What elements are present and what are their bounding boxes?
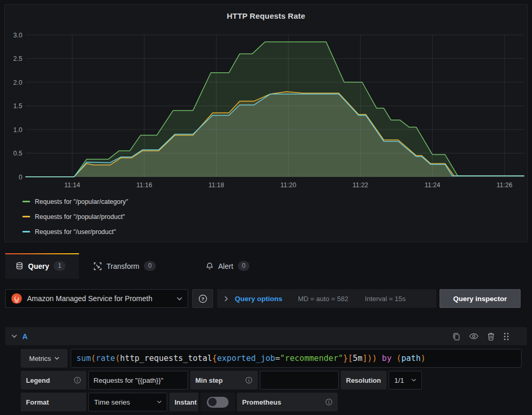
svg-text:?: ? [201,295,204,301]
chart-legend: Requests for "/popular/category"Requests… [22,194,128,239]
datasource-help-button[interactable]: ? [192,289,213,308]
tab-query[interactable]: Query 1 [5,253,79,279]
legend-field-label: Legend [21,371,86,390]
x-axis-tick-label: 11:26 [497,181,512,189]
datasource-row: Amazon Managed Service for Prometh ? Que… [0,289,532,308]
query-ref-id: A [22,332,28,341]
x-axis-tick-label: 11:20 [281,181,296,189]
x-axis-tick-label: 11:14 [64,181,80,189]
format-value: Time series [94,398,130,406]
active-tab-accent [5,253,79,254]
max-data-points-text: MD = auto = 582 [298,295,349,303]
y-axis-tick-label: 1.0 [14,126,22,134]
tab-query-label: Query [28,262,49,270]
transform-icon [94,262,102,270]
legend-series-label: Requests for "/popular/product" [35,213,125,221]
legend-series-label: Requests for "/popular/category" [35,198,128,205]
x-axis-tick-label: 11:22 [352,181,368,189]
info-icon[interactable] [74,377,81,384]
datasource-picker[interactable]: Amazon Managed Service for Prometh [5,289,188,308]
chevron-down-icon [177,297,182,301]
resolution-select[interactable]: 1/1 [389,371,422,390]
chevron-right-icon [224,296,228,302]
query-inspector-button[interactable]: Query inspector [440,289,521,308]
tab-transform-label: Transform [107,262,139,270]
min-step-label-text: Min step [195,377,223,384]
promql-expression: sum(rate(http_requests_total{exported_jo… [76,354,425,363]
help-icon: ? [198,294,207,303]
legend-format-input[interactable] [88,371,188,390]
legend-item[interactable]: Requests for "/popular/category" [22,194,128,209]
prometheus-label-text: Prometheus [242,398,281,406]
tab-alert-badge: 0 [238,261,250,271]
y-axis-tick-label: 2.5 [14,55,22,62]
min-step-field-label: Min step [190,371,258,390]
drag-handle-icon[interactable] [503,332,509,341]
query-options-row-2: Format Time series Instant Prometheus [0,393,532,411]
tab-transform-badge: 0 [144,261,156,271]
metrics-dropdown-label: Metrics [29,355,51,362]
format-label-text: Format [26,398,49,406]
x-axis-tick-label: 11:16 [136,181,152,189]
trash-icon[interactable] [487,332,495,341]
graph-panel: 00.51.01.52.02.53.011:1411:1611:1811:201… [4,4,528,242]
legend-swatch-icon [22,216,30,217]
tab-query-badge: 1 [54,261,65,271]
legend-swatch-icon [22,231,30,232]
promql-query-input[interactable]: sum(rate(http_requests_total{exported_jo… [71,349,522,368]
legend-series-label: Requests for "/user/product" [35,228,116,236]
metrics-row: Metrics sum(rate(http_requests_total{exp… [0,349,532,368]
y-axis-tick-label: 2.0 [14,79,22,86]
toggle-knob-icon [208,398,217,406]
chevron-down-icon [11,334,17,338]
format-select[interactable]: Time series [88,393,167,411]
y-axis-tick-label: 3.0 [14,32,22,39]
info-icon[interactable] [325,398,332,406]
interval-text: Interval = 15s [365,295,405,303]
database-icon [16,262,23,270]
query-row-actions [453,332,521,341]
resolution-value: 1/1 [394,377,404,384]
chevron-down-icon [411,379,416,382]
instant-field-label: Instant [169,393,198,411]
duplicate-query-icon[interactable] [453,332,460,341]
y-axis-tick-label: 0 [19,174,22,181]
x-axis-tick-label: 11:18 [208,181,224,189]
query-options-row-1: Legend Min step Resolution 1/1 [0,371,532,390]
x-axis-tick-label: 11:24 [424,181,440,189]
tab-alert-label: Alert [218,262,233,270]
legend-swatch-icon [22,201,30,202]
legend-item[interactable]: Requests for "/user/product" [22,224,128,239]
instant-toggle[interactable] [207,397,229,408]
y-axis-tick-label: 0.5 [14,150,22,157]
query-options-label: Query options [235,295,283,303]
bell-icon [206,262,214,270]
editor-tabs: Query 1 Transform 0 Alert 0 [0,253,532,279]
prometheus-icon [11,293,22,304]
info-icon[interactable] [245,377,252,384]
query-options-toggle[interactable]: Query options MD = auto = 582 Interval =… [217,289,436,308]
format-field-label: Format [21,393,86,411]
legend-label-text: Legend [26,377,50,384]
tab-alert[interactable]: Alert 0 [195,253,260,279]
y-axis-tick-label: 1.5 [14,102,22,110]
min-step-input[interactable] [260,371,339,390]
eye-icon[interactable] [469,333,478,340]
query-row-header[interactable]: A [5,327,527,345]
datasource-name: Amazon Managed Service for Prometh [27,294,177,303]
instant-label-text: Instant [175,398,197,406]
metrics-dropdown-button[interactable]: Metrics [21,349,68,368]
legend-item[interactable]: Requests for "/popular/product" [22,209,128,224]
panel-title: HTTP Requests Rate [5,11,527,20]
chevron-down-icon [157,400,162,404]
chevron-down-icon [55,357,59,360]
instant-toggle-container [201,393,235,411]
prometheus-field-label: Prometheus [237,393,338,411]
resolution-field-label: Resolution [341,371,387,390]
tab-transform[interactable]: Transform 0 [83,253,166,279]
resolution-label-text: Resolution [346,377,381,384]
